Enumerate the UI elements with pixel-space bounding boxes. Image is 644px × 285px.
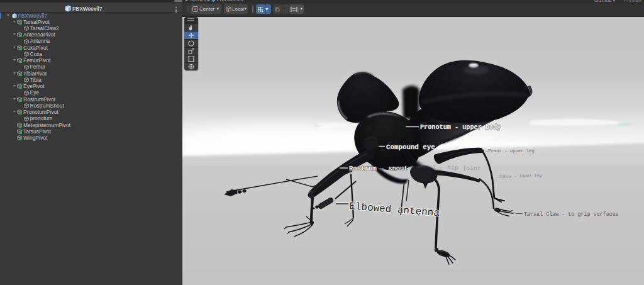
svg-text:Pronotum - upper body: Pronotum - upper body <box>420 124 501 131</box>
svg-text:Tarsal Claw - to grip surfaces: Tarsal Claw - to grip surfaces <box>524 211 619 218</box>
svg-text:Compound eye: Compound eye <box>386 143 435 151</box>
svg-text:Rostrum - snout: Rostrum - snout <box>349 165 408 172</box>
svg-text:—Femur - upper leg: —Femur - upper leg <box>485 148 535 154</box>
